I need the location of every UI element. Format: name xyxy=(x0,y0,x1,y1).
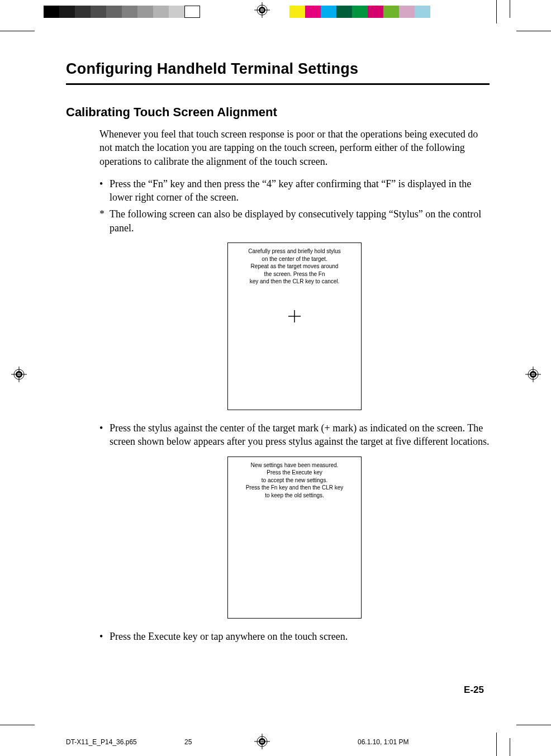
bullet-marker: * xyxy=(99,207,110,235)
title-rule xyxy=(66,83,490,85)
page-title: Configuring Handheld Terminal Settings xyxy=(66,60,490,78)
registration-mark-icon xyxy=(11,367,27,382)
calibration-screen-1: Carefully press and briefly hold stylus … xyxy=(227,243,362,410)
screen-text: New settings have been measured. Press t… xyxy=(231,462,358,500)
content-area: Configuring Handheld Terminal Settings C… xyxy=(66,60,490,646)
bullet-text: Press the stylus against the center of t… xyxy=(110,421,490,449)
bullet-list-top: • Press the “Fn” key and then press the … xyxy=(99,177,490,235)
intro-paragraph: Whenever you feel that touch screen resp… xyxy=(99,127,490,168)
crop-mark xyxy=(496,733,497,756)
crop-mark xyxy=(0,31,35,31)
slug-page: 25 xyxy=(184,738,192,746)
bullet-text: Press the Execute key or tap anywhere on… xyxy=(110,630,490,643)
bullet-text: Press the “Fn” key and then press the “4… xyxy=(110,177,490,205)
screen-text: Carefully press and briefly hold stylus … xyxy=(231,248,358,286)
crop-mark xyxy=(510,738,510,756)
registration-mark-icon xyxy=(254,734,270,749)
crop-mark xyxy=(516,725,551,725)
slug-filename: DT-X11_E_P14_36.p65 xyxy=(66,738,137,746)
body-block: Whenever you feel that touch screen resp… xyxy=(99,127,490,643)
bullet-marker: • xyxy=(99,177,110,205)
bullet-text: The following screen can also be display… xyxy=(110,207,490,235)
slug-datetime: 06.1.10, 1:01 PM xyxy=(358,738,408,746)
crosshair-icon xyxy=(287,309,302,324)
printer-colorbar xyxy=(0,4,551,19)
bullet-marker: • xyxy=(99,630,110,643)
bullet-list-middle: • Press the stylus against the center of… xyxy=(99,421,490,449)
list-item: • Press the stylus against the center of… xyxy=(99,421,490,449)
crop-mark xyxy=(516,31,551,31)
list-item: • Press the Execute key or tap anywhere … xyxy=(99,630,490,643)
page: Configuring Handheld Terminal Settings C… xyxy=(0,0,551,756)
registration-mark-icon xyxy=(254,2,270,18)
page-number: E-25 xyxy=(464,684,484,696)
registration-mark-icon xyxy=(525,367,541,382)
bullet-marker: • xyxy=(99,421,110,449)
crop-mark xyxy=(510,0,510,18)
crop-mark xyxy=(0,725,35,725)
bullet-list-bottom: • Press the Execute key or tap anywhere … xyxy=(99,630,490,643)
section-heading: Calibrating Touch Screen Alignment xyxy=(66,105,490,120)
calibration-screen-2: New settings have been measured. Press t… xyxy=(227,457,362,619)
list-item: * The following screen can also be displ… xyxy=(99,207,490,235)
list-item: • Press the “Fn” key and then press the … xyxy=(99,177,490,205)
crop-mark xyxy=(496,0,497,23)
